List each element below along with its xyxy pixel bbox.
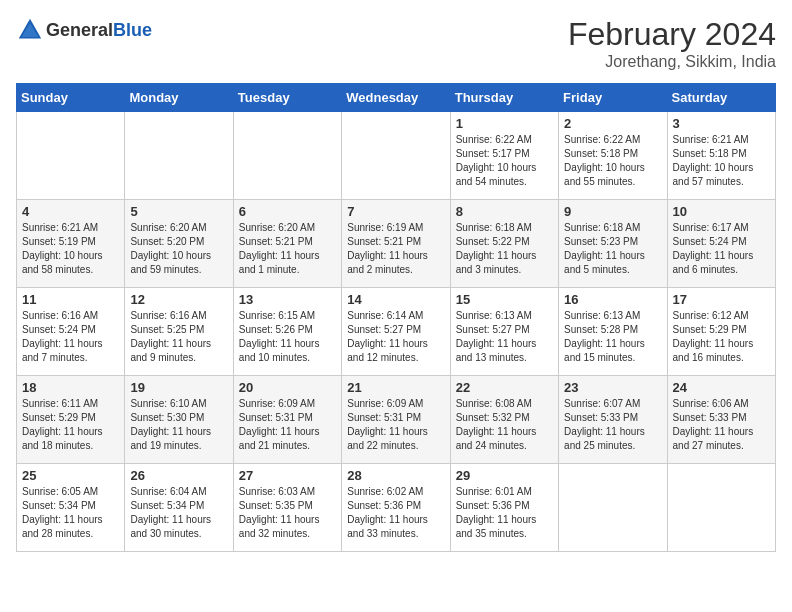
empty-cell [342,112,450,200]
day-info: Sunrise: 6:11 AM Sunset: 5:29 PM Dayligh… [22,397,119,453]
location-title: Jorethang, Sikkim, India [568,53,776,71]
day-number: 23 [564,380,661,395]
day-cell-19: 19Sunrise: 6:10 AM Sunset: 5:30 PM Dayli… [125,376,233,464]
day-cell-18: 18Sunrise: 6:11 AM Sunset: 5:29 PM Dayli… [17,376,125,464]
day-number: 14 [347,292,444,307]
day-cell-6: 6Sunrise: 6:20 AM Sunset: 5:21 PM Daylig… [233,200,341,288]
page-header: GeneralBlue February 2024 Jorethang, Sik… [16,16,776,71]
day-cell-11: 11Sunrise: 6:16 AM Sunset: 5:24 PM Dayli… [17,288,125,376]
day-cell-9: 9Sunrise: 6:18 AM Sunset: 5:23 PM Daylig… [559,200,667,288]
day-cell-17: 17Sunrise: 6:12 AM Sunset: 5:29 PM Dayli… [667,288,775,376]
day-cell-12: 12Sunrise: 6:16 AM Sunset: 5:25 PM Dayli… [125,288,233,376]
day-number: 25 [22,468,119,483]
day-info: Sunrise: 6:13 AM Sunset: 5:27 PM Dayligh… [456,309,553,365]
day-cell-16: 16Sunrise: 6:13 AM Sunset: 5:28 PM Dayli… [559,288,667,376]
day-number: 22 [456,380,553,395]
day-number: 4 [22,204,119,219]
empty-cell [559,464,667,552]
calendar-table: SundayMondayTuesdayWednesdayThursdayFrid… [16,83,776,552]
day-number: 28 [347,468,444,483]
day-info: Sunrise: 6:17 AM Sunset: 5:24 PM Dayligh… [673,221,770,277]
weekday-header-wednesday: Wednesday [342,84,450,112]
day-info: Sunrise: 6:18 AM Sunset: 5:23 PM Dayligh… [564,221,661,277]
day-info: Sunrise: 6:20 AM Sunset: 5:20 PM Dayligh… [130,221,227,277]
title-area: February 2024 Jorethang, Sikkim, India [568,16,776,71]
weekday-header-sunday: Sunday [17,84,125,112]
day-info: Sunrise: 6:21 AM Sunset: 5:18 PM Dayligh… [673,133,770,189]
day-info: Sunrise: 6:08 AM Sunset: 5:32 PM Dayligh… [456,397,553,453]
day-info: Sunrise: 6:16 AM Sunset: 5:25 PM Dayligh… [130,309,227,365]
day-cell-24: 24Sunrise: 6:06 AM Sunset: 5:33 PM Dayli… [667,376,775,464]
day-info: Sunrise: 6:13 AM Sunset: 5:28 PM Dayligh… [564,309,661,365]
logo-blue: Blue [113,20,152,40]
day-cell-7: 7Sunrise: 6:19 AM Sunset: 5:21 PM Daylig… [342,200,450,288]
day-cell-1: 1Sunrise: 6:22 AM Sunset: 5:17 PM Daylig… [450,112,558,200]
day-info: Sunrise: 6:15 AM Sunset: 5:26 PM Dayligh… [239,309,336,365]
empty-cell [233,112,341,200]
day-number: 1 [456,116,553,131]
day-number: 17 [673,292,770,307]
day-number: 13 [239,292,336,307]
day-cell-13: 13Sunrise: 6:15 AM Sunset: 5:26 PM Dayli… [233,288,341,376]
day-info: Sunrise: 6:05 AM Sunset: 5:34 PM Dayligh… [22,485,119,541]
day-info: Sunrise: 6:03 AM Sunset: 5:35 PM Dayligh… [239,485,336,541]
empty-cell [17,112,125,200]
day-number: 3 [673,116,770,131]
day-number: 15 [456,292,553,307]
day-number: 12 [130,292,227,307]
day-cell-25: 25Sunrise: 6:05 AM Sunset: 5:34 PM Dayli… [17,464,125,552]
weekday-header-friday: Friday [559,84,667,112]
day-info: Sunrise: 6:14 AM Sunset: 5:27 PM Dayligh… [347,309,444,365]
day-info: Sunrise: 6:19 AM Sunset: 5:21 PM Dayligh… [347,221,444,277]
weekday-header-thursday: Thursday [450,84,558,112]
empty-cell [667,464,775,552]
day-info: Sunrise: 6:04 AM Sunset: 5:34 PM Dayligh… [130,485,227,541]
day-info: Sunrise: 6:12 AM Sunset: 5:29 PM Dayligh… [673,309,770,365]
day-number: 2 [564,116,661,131]
week-row-5: 25Sunrise: 6:05 AM Sunset: 5:34 PM Dayli… [17,464,776,552]
day-cell-5: 5Sunrise: 6:20 AM Sunset: 5:20 PM Daylig… [125,200,233,288]
week-row-1: 1Sunrise: 6:22 AM Sunset: 5:17 PM Daylig… [17,112,776,200]
day-cell-28: 28Sunrise: 6:02 AM Sunset: 5:36 PM Dayli… [342,464,450,552]
day-cell-20: 20Sunrise: 6:09 AM Sunset: 5:31 PM Dayli… [233,376,341,464]
day-number: 21 [347,380,444,395]
day-number: 6 [239,204,336,219]
day-cell-29: 29Sunrise: 6:01 AM Sunset: 5:36 PM Dayli… [450,464,558,552]
day-cell-8: 8Sunrise: 6:18 AM Sunset: 5:22 PM Daylig… [450,200,558,288]
logo-general: General [46,20,113,40]
month-title: February 2024 [568,16,776,53]
day-cell-10: 10Sunrise: 6:17 AM Sunset: 5:24 PM Dayli… [667,200,775,288]
day-info: Sunrise: 6:01 AM Sunset: 5:36 PM Dayligh… [456,485,553,541]
logo: GeneralBlue [16,16,152,44]
day-cell-4: 4Sunrise: 6:21 AM Sunset: 5:19 PM Daylig… [17,200,125,288]
day-info: Sunrise: 6:10 AM Sunset: 5:30 PM Dayligh… [130,397,227,453]
day-number: 27 [239,468,336,483]
day-number: 11 [22,292,119,307]
day-cell-21: 21Sunrise: 6:09 AM Sunset: 5:31 PM Dayli… [342,376,450,464]
day-info: Sunrise: 6:18 AM Sunset: 5:22 PM Dayligh… [456,221,553,277]
day-number: 26 [130,468,227,483]
day-cell-14: 14Sunrise: 6:14 AM Sunset: 5:27 PM Dayli… [342,288,450,376]
day-cell-23: 23Sunrise: 6:07 AM Sunset: 5:33 PM Dayli… [559,376,667,464]
logo-icon [16,16,44,44]
empty-cell [125,112,233,200]
day-info: Sunrise: 6:22 AM Sunset: 5:18 PM Dayligh… [564,133,661,189]
day-info: Sunrise: 6:07 AM Sunset: 5:33 PM Dayligh… [564,397,661,453]
day-cell-22: 22Sunrise: 6:08 AM Sunset: 5:32 PM Dayli… [450,376,558,464]
weekday-header-row: SundayMondayTuesdayWednesdayThursdayFrid… [17,84,776,112]
day-info: Sunrise: 6:02 AM Sunset: 5:36 PM Dayligh… [347,485,444,541]
weekday-header-monday: Monday [125,84,233,112]
day-cell-26: 26Sunrise: 6:04 AM Sunset: 5:34 PM Dayli… [125,464,233,552]
day-cell-2: 2Sunrise: 6:22 AM Sunset: 5:18 PM Daylig… [559,112,667,200]
day-number: 24 [673,380,770,395]
day-number: 8 [456,204,553,219]
day-number: 16 [564,292,661,307]
day-cell-3: 3Sunrise: 6:21 AM Sunset: 5:18 PM Daylig… [667,112,775,200]
day-number: 20 [239,380,336,395]
day-info: Sunrise: 6:21 AM Sunset: 5:19 PM Dayligh… [22,221,119,277]
day-cell-27: 27Sunrise: 6:03 AM Sunset: 5:35 PM Dayli… [233,464,341,552]
day-number: 5 [130,204,227,219]
day-info: Sunrise: 6:22 AM Sunset: 5:17 PM Dayligh… [456,133,553,189]
day-cell-15: 15Sunrise: 6:13 AM Sunset: 5:27 PM Dayli… [450,288,558,376]
day-info: Sunrise: 6:06 AM Sunset: 5:33 PM Dayligh… [673,397,770,453]
